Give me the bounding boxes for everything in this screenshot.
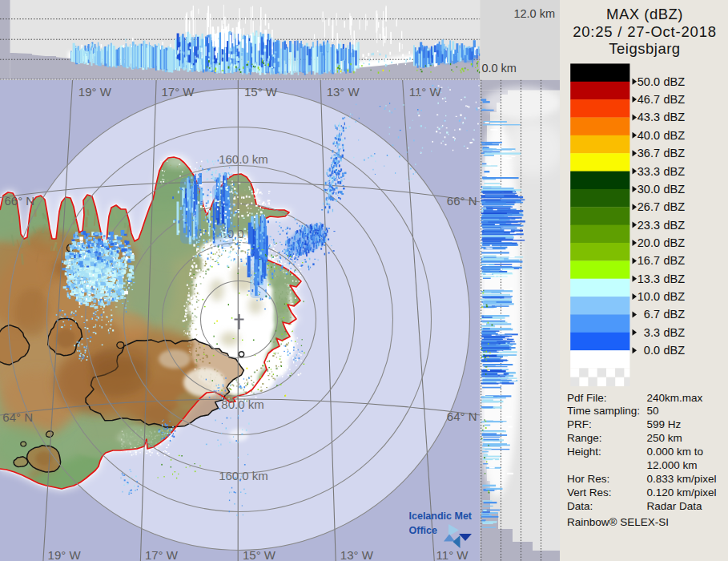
svg-text:dBZ: dBZ: [664, 254, 686, 267]
svg-text:40.0: 40.0: [638, 129, 660, 142]
svg-text:0.000 km to: 0.000 km to: [647, 446, 704, 458]
svg-text:dBZ: dBZ: [664, 165, 686, 178]
svg-text:Range:: Range:: [567, 432, 602, 444]
svg-text:19° W: 19° W: [78, 85, 112, 99]
svg-text:17° W: 17° W: [162, 85, 195, 99]
svg-text:19° W: 19° W: [48, 548, 82, 561]
svg-text:dBZ: dBZ: [664, 290, 686, 303]
svg-text:dBZ: dBZ: [664, 93, 686, 106]
svg-text:20.0: 20.0: [638, 236, 660, 249]
svg-text:dBZ: dBZ: [664, 219, 686, 232]
svg-text:13.3: 13.3: [638, 272, 660, 285]
svg-text:36.7: 36.7: [638, 147, 660, 159]
svg-text:599 Hz: 599 Hz: [647, 418, 682, 430]
svg-text:240km.max: 240km.max: [647, 392, 703, 404]
svg-text:Hor Res:: Hor Res:: [567, 473, 609, 485]
svg-text:50.0: 50.0: [638, 75, 660, 88]
svg-text:17° W: 17° W: [145, 548, 179, 561]
svg-text:13° W: 13° W: [340, 548, 374, 561]
svg-text:0.833 km/pixel: 0.833 km/pixel: [647, 473, 717, 485]
svg-text:64° N: 64° N: [447, 410, 477, 423]
svg-text:Pdf File:: Pdf File:: [567, 392, 607, 404]
svg-text:Vert Res:: Vert Res:: [567, 486, 612, 498]
svg-text:PRF:: PRF:: [567, 418, 592, 430]
svg-text:26.7: 26.7: [638, 200, 660, 213]
svg-text:16.7: 16.7: [638, 254, 660, 267]
svg-text:dBZ: dBZ: [664, 75, 686, 88]
svg-text:Icelandic Met: Icelandic Met: [409, 511, 473, 522]
svg-text:50: 50: [647, 405, 659, 417]
svg-text:Office: Office: [409, 525, 437, 536]
svg-text:23.3: 23.3: [638, 219, 660, 232]
svg-text:10.0: 10.0: [638, 290, 660, 303]
svg-text:0.120 km/pixel: 0.120 km/pixel: [647, 486, 717, 498]
svg-text:160.0 km: 160.0 km: [219, 469, 268, 482]
svg-text:20:25 / 27-Oct-2018: 20:25 / 27-Oct-2018: [573, 23, 717, 40]
svg-text:dBZ: dBZ: [664, 200, 686, 213]
svg-text:0.0 km: 0.0 km: [481, 62, 517, 75]
svg-text:13° W: 13° W: [327, 85, 360, 99]
svg-text:dBZ: dBZ: [664, 308, 686, 321]
svg-text:dBZ: dBZ: [664, 236, 686, 249]
svg-text:0.0: 0.0: [644, 344, 660, 357]
svg-text:33.3: 33.3: [638, 165, 660, 178]
svg-text:15° W: 15° W: [244, 85, 278, 99]
svg-text:dBZ: dBZ: [664, 272, 686, 285]
svg-text:80.0 km: 80.0 km: [221, 398, 263, 411]
svg-text:64° N: 64° N: [2, 410, 33, 424]
svg-text:dBZ: dBZ: [664, 344, 686, 357]
svg-text:Radar Data: Radar Data: [647, 500, 703, 512]
svg-text:66° N: 66° N: [5, 194, 35, 208]
svg-text:Teigsbjarg: Teigsbjarg: [609, 40, 680, 57]
svg-text:160.0 km: 160.0 km: [219, 152, 268, 166]
svg-text:6.7: 6.7: [644, 308, 660, 321]
svg-text:15° W: 15° W: [243, 548, 276, 561]
svg-text:43.3: 43.3: [638, 111, 660, 123]
svg-text:MAX (dBZ): MAX (dBZ): [606, 6, 683, 22]
svg-text:Rainbow® SELEX-SI: Rainbow® SELEX-SI: [567, 516, 669, 528]
svg-text:Height:: Height:: [567, 446, 601, 458]
svg-text:dBZ: dBZ: [664, 129, 686, 142]
svg-text:250 km: 250 km: [647, 432, 682, 444]
svg-text:12.0 km: 12.0 km: [513, 7, 555, 20]
svg-text:30.0: 30.0: [638, 183, 660, 196]
svg-text:3.3: 3.3: [644, 326, 660, 339]
svg-text:46.7: 46.7: [638, 93, 660, 106]
svg-text:dBZ: dBZ: [664, 111, 686, 123]
svg-text:dBZ: dBZ: [664, 147, 686, 159]
svg-text:Time sampling:: Time sampling:: [567, 405, 640, 417]
svg-text:dBZ: dBZ: [664, 183, 686, 196]
svg-text:66° N: 66° N: [447, 194, 477, 208]
svg-text:Data:: Data:: [567, 500, 593, 512]
svg-text:11° W: 11° W: [436, 548, 469, 561]
svg-text:12.000 km: 12.000 km: [647, 459, 698, 471]
svg-text:dBZ: dBZ: [664, 326, 686, 339]
